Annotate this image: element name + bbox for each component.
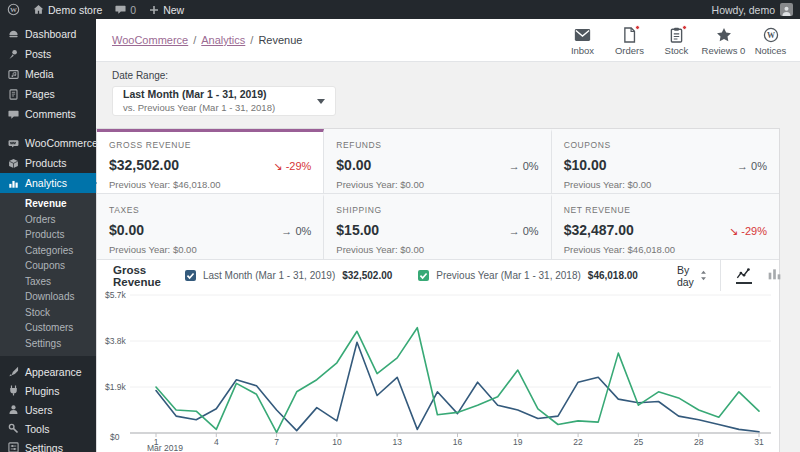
summary-tile-shipping[interactable]: SHIPPING$15.00→ 0%Previous Year: $0.00 (324, 194, 551, 259)
sidebar-item-plugins[interactable]: Plugins (0, 381, 96, 400)
tile-trend: → 0% (509, 225, 539, 237)
trend-flat-arrow-icon: → (737, 160, 748, 172)
revenue-line-chart[interactable]: $5.7k$3.8k$1.9k$01471013161922252831Mar … (97, 291, 779, 452)
bar-chart-toggle-icon (767, 267, 782, 280)
page-header: WooCommerce / Analytics / Revenue InboxO… (96, 19, 800, 62)
sidebar-item-label: Analytics (25, 177, 67, 189)
svg-text:Mar 2019: Mar 2019 (147, 443, 183, 452)
wrench-icon (8, 423, 19, 434)
admin-bar-comments[interactable]: 0 (115, 4, 136, 16)
sidebar-item-posts[interactable]: Posts (0, 44, 96, 64)
legend-checkbox[interactable] (185, 270, 196, 281)
breadcrumb-link-woocommerce[interactable]: WooCommerce (112, 34, 188, 46)
trend-down-arrow-icon: ↘ (273, 160, 282, 172)
new-label: New (163, 4, 184, 16)
submenu-item-taxes[interactable]: Taxes (0, 274, 96, 290)
sidebar-item-media[interactable]: Media (0, 64, 96, 84)
summary-tile-net-revenue[interactable]: NET REVENUE$32,487.00↘ -29%Previous Year… (552, 194, 779, 259)
svg-text:$1.9k: $1.9k (105, 382, 127, 392)
svg-text:22: 22 (573, 437, 583, 447)
sidebar-item-label: Posts (25, 48, 51, 60)
summary-tile-gross-revenue[interactable]: GROSS REVENUE$32,502.00↘ -29%Previous Ye… (97, 129, 324, 194)
sidebar-item-label: Plugins (25, 385, 59, 397)
sidebar-item-users[interactable]: Users (0, 400, 96, 419)
sidebar-item-comments[interactable]: Comments (0, 104, 96, 124)
date-range-dropdown[interactable]: Last Month (Mar 1 - 31, 2019) vs. Previo… (112, 86, 336, 116)
summary-tile-refunds[interactable]: REFUNDS$0.00→ 0%Previous Year: $0.00 (324, 129, 551, 194)
sidebar-item-analytics[interactable]: Analytics (0, 173, 96, 193)
new-menu[interactable]: New (149, 4, 184, 16)
svg-text:10: 10 (332, 437, 342, 447)
sidebar-item-dashboard[interactable]: Dashboard (0, 24, 96, 44)
svg-text:28: 28 (694, 437, 704, 447)
breadcrumb-link-analytics[interactable]: Analytics (201, 34, 245, 46)
howdy-text[interactable]: Howdy, demo (712, 4, 775, 16)
activity-item-notices[interactable]: WNotices (747, 24, 794, 56)
submenu-item-orders[interactable]: Orders (0, 212, 96, 228)
sidebar-item-woocommerce[interactable]: WooCommerce (0, 133, 96, 153)
tile-value-row: $0.00→ 0% (109, 222, 311, 238)
breadcrumb-current: Revenue (258, 34, 302, 46)
chart-type-toggles (720, 260, 797, 291)
tile-label: SHIPPING (336, 205, 538, 215)
chart-title: Gross Revenue (97, 264, 185, 288)
sidebar-item-products[interactable]: Products (0, 153, 96, 173)
chevron-down-icon (317, 99, 325, 104)
submenu-item-downloads[interactable]: Downloads (0, 289, 96, 305)
admin-bar: W Demo store 0 New Howdy, demo (0, 0, 800, 19)
tile-label: TAXES (109, 205, 311, 215)
site-name: Demo store (48, 4, 102, 16)
activity-item-orders[interactable]: Orders (606, 24, 653, 56)
legend-label: Last Month (Mar 1 - 31, 2019) (203, 270, 335, 281)
line-chart-toggle[interactable] (736, 267, 752, 284)
orders-icon (623, 27, 636, 42)
submenu-item-revenue[interactable]: Revenue (0, 196, 96, 212)
summary-tile-coupons[interactable]: COUPONS$10.00→ 0%Previous Year: $0.00 (552, 129, 779, 194)
tile-value: $0.00 (336, 157, 371, 173)
tile-value: $32,502.00 (109, 157, 179, 173)
legend-value: $46,018.00 (588, 270, 638, 281)
sidebar-item-appearance[interactable]: Appearance (0, 362, 96, 381)
sidebar-item-tools[interactable]: Tools (0, 419, 96, 438)
submenu-item-products[interactable]: Products (0, 227, 96, 243)
plugin-icon (8, 385, 19, 396)
breadcrumb-separator: / (250, 34, 253, 46)
woocommerce-icon (8, 138, 19, 149)
trend-percent: 0% (523, 225, 539, 237)
activity-item-stock[interactable]: Stock (653, 24, 700, 56)
user-avatar[interactable] (780, 3, 793, 16)
activity-item-reviews[interactable]: Reviews 0 (700, 24, 747, 56)
sidebar-item-pages[interactable]: Pages (0, 84, 96, 104)
submenu-item-settings[interactable]: Settings (0, 336, 96, 352)
submenu-item-categories[interactable]: Categories (0, 243, 96, 259)
submenu-item-coupons[interactable]: Coupons (0, 258, 96, 274)
media-icon (8, 69, 19, 80)
activity-item-label: Notices (755, 45, 787, 56)
site-name-menu[interactable]: Demo store (33, 4, 102, 16)
chart-body: $5.7k$3.8k$1.9k$01471013161922252831Mar … (97, 291, 779, 452)
sidebar-item-label: Products (25, 157, 66, 169)
activity-item-inbox[interactable]: Inbox (559, 24, 606, 56)
comment-icon (8, 109, 19, 120)
trend-percent: 0% (295, 225, 311, 237)
sidebar: DashboardPostsMediaPagesCommentsWooComme… (0, 19, 96, 452)
submenu-item-customers[interactable]: Customers (0, 320, 96, 336)
bar-chart-toggle[interactable] (767, 267, 782, 284)
wordpress-menu[interactable]: W (7, 3, 20, 16)
date-range-primary: Last Month (Mar 1 - 31, 2019) (123, 88, 275, 102)
summary-tiles: GROSS REVENUE$32,502.00↘ -29%Previous Ye… (97, 129, 779, 259)
interval-select[interactable]: By day (664, 264, 720, 288)
legend-checkbox[interactable] (418, 270, 429, 281)
activity-item-label: Orders (615, 45, 644, 56)
submenu-item-stock[interactable]: Stock (0, 305, 96, 321)
sidebar-item-label: Pages (25, 88, 55, 100)
tile-value-row: $10.00→ 0% (564, 157, 767, 173)
analytics-submenu: RevenueOrdersProductsCategoriesCouponsTa… (0, 193, 96, 356)
summary-tile-taxes[interactable]: TAXES$0.00→ 0%Previous Year: $0.00 (97, 194, 324, 259)
pages-icon (8, 89, 19, 100)
tile-previous-value: Previous Year: $0.00 (109, 244, 311, 255)
line-chart-toggle-icon (736, 267, 752, 280)
sidebar-item-settings[interactable]: Settings (0, 438, 96, 452)
tile-previous-value: Previous Year: $0.00 (336, 179, 538, 190)
reviews-star-icon (716, 27, 732, 42)
